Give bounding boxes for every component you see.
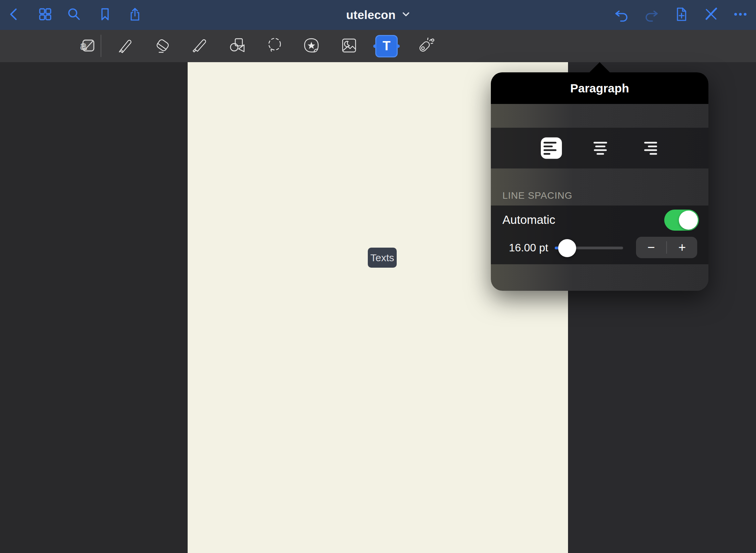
lasso-tool-button[interactable] (264, 36, 285, 56)
texts-label: Texts (370, 252, 394, 264)
toggle-knob (679, 211, 698, 230)
text-tool-handle-left (373, 44, 377, 48)
popover-arrow (589, 62, 611, 73)
pen-tool-button[interactable] (115, 36, 135, 56)
elements-sticker-icon (302, 36, 321, 56)
align-right-option[interactable] (639, 138, 660, 159)
spacing-slider-knob[interactable] (558, 239, 576, 257)
bookmark-icon (97, 6, 113, 23)
line-spacing-card: Automatic 16.00 pt − + (491, 206, 708, 264)
spacing-decrease-button[interactable]: − (636, 237, 666, 258)
lasso-icon (265, 36, 284, 56)
spacing-value-label: 16.00 pt (509, 242, 548, 254)
image-icon (340, 36, 359, 56)
page-title: utelecon (346, 8, 396, 22)
share-button[interactable] (127, 7, 143, 23)
paragraph-popover: Paragraph LINE SPACING Automatic 16.00 p… (491, 72, 708, 291)
text-tool-glyph: T (382, 39, 390, 53)
pen-icon (115, 36, 134, 56)
search-button[interactable] (66, 7, 82, 23)
redo-button[interactable] (643, 7, 660, 23)
spacing-increase-button[interactable]: + (667, 237, 697, 258)
automatic-toggle[interactable] (664, 210, 699, 231)
align-center-option[interactable] (590, 138, 611, 159)
thumbnails-button[interactable] (37, 7, 53, 23)
stop-editing-button[interactable] (703, 7, 719, 23)
undo-button[interactable] (613, 7, 630, 23)
pages-grid-icon (37, 6, 53, 23)
add-page-icon (673, 6, 690, 24)
svg-text:a: a (80, 39, 87, 52)
share-icon (127, 6, 143, 23)
alignment-options-row (491, 128, 708, 168)
tool-bar: a (0, 30, 756, 62)
highlighter-icon (190, 36, 209, 56)
align-left-option[interactable] (541, 138, 562, 159)
search-icon (66, 6, 82, 23)
canvas-background-left (0, 62, 188, 553)
automatic-label: Automatic (502, 213, 555, 227)
highlighter-tool-button[interactable] (190, 36, 210, 56)
image-tool-button[interactable] (339, 36, 359, 56)
toolbar-divider (101, 35, 101, 57)
text-tool-button[interactable]: T (375, 35, 398, 57)
document-title-button[interactable]: utelecon (346, 8, 410, 22)
bookmark-button[interactable] (97, 7, 113, 23)
document-mode-button[interactable]: a (77, 36, 97, 56)
back-icon (6, 6, 22, 23)
add-page-button[interactable] (673, 7, 690, 23)
chevron-down-icon (402, 12, 410, 18)
text-tool-handle-right (396, 44, 400, 48)
laser-pointer-icon (416, 36, 435, 56)
texts-label-box[interactable]: Texts (368, 248, 397, 268)
eraser-icon (153, 36, 172, 56)
document-mode-icon: a (78, 36, 97, 56)
more-button[interactable] (732, 7, 749, 23)
shapes-tool-button[interactable] (227, 36, 248, 56)
nav-bar: utelecon (0, 0, 756, 30)
popover-header: Paragraph (491, 72, 708, 104)
popover-title: Paragraph (570, 82, 629, 95)
plus-icon: + (678, 240, 686, 255)
spacing-stepper: − + (636, 237, 697, 258)
elements-tool-button[interactable] (301, 36, 322, 56)
undo-icon (613, 6, 630, 24)
laser-pointer-button[interactable] (415, 36, 436, 56)
shapes-icon (228, 36, 247, 56)
goodnotes-app: utelecon (0, 0, 756, 553)
redo-icon (643, 6, 660, 24)
more-icon (732, 6, 749, 24)
line-spacing-section-label: LINE SPACING (502, 190, 572, 201)
back-button[interactable] (6, 7, 22, 23)
pen-disabled-icon (703, 6, 719, 24)
eraser-tool-button[interactable] (152, 36, 173, 56)
minus-icon: − (647, 240, 655, 255)
